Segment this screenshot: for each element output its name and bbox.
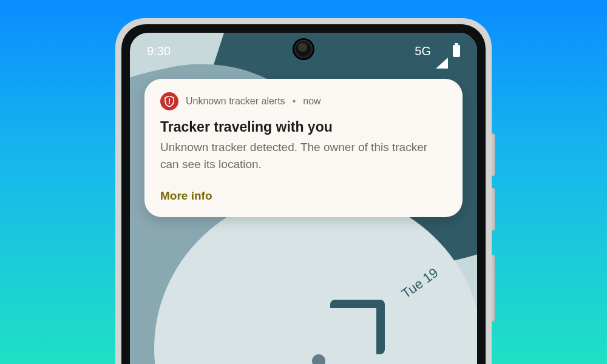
more-info-button[interactable]: More info (160, 189, 212, 203)
notification-title: Tracker traveling with you (160, 119, 447, 135)
volume-up-button[interactable] (492, 133, 495, 176)
front-camera (294, 40, 313, 58)
power-button[interactable] (492, 255, 495, 322)
notification-app-name: Unknown tracker alerts (186, 96, 285, 107)
shield-alert-icon (160, 92, 178, 110)
wallpaper-dot (312, 354, 325, 364)
notification-header: Unknown tracker alerts • now (160, 92, 447, 110)
notification-timestamp: now (303, 96, 320, 107)
volume-down-button[interactable] (492, 188, 495, 231)
battery-icon (453, 45, 460, 57)
phone-bezel: Tue 19 9:30 5G (121, 24, 486, 364)
svg-point-1 (169, 103, 170, 104)
phone-screen: Tue 19 9:30 5G (130, 33, 477, 364)
network-label: 5G (415, 44, 431, 58)
notification-body: Unknown tracker detected. The owner of t… (160, 139, 447, 172)
signal-icon (436, 44, 448, 58)
notification-card[interactable]: Unknown tracker alerts • now Tracker tra… (144, 79, 463, 217)
separator-dot: • (293, 96, 296, 107)
phone-frame: Tue 19 9:30 5G (115, 18, 492, 364)
clock: 9:30 (147, 44, 171, 58)
wallpaper-clock-hand (330, 300, 385, 354)
